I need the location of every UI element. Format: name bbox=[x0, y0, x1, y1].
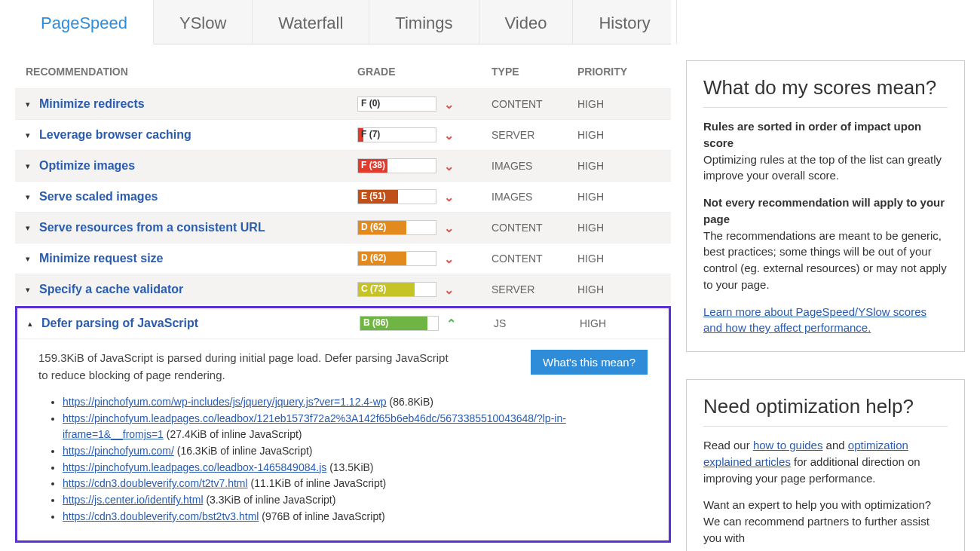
grade-text: F (38) bbox=[361, 160, 385, 170]
resource-link[interactable]: https://pinchofyum.leadpages.co/leadbox-… bbox=[63, 461, 326, 473]
detail-panel: What's this mean? 159.3KiB of JavaScript… bbox=[17, 338, 669, 540]
body-text: The recommendations are meant to be gene… bbox=[703, 229, 947, 291]
resource-note: (976B of inline JavaScript) bbox=[259, 510, 384, 522]
type-label: SERVER bbox=[492, 283, 577, 295]
resource-note: (11.1KiB of inline JavaScript) bbox=[248, 477, 387, 489]
priority-label: HIGH bbox=[577, 283, 660, 295]
resource-link[interactable]: https://pinchofyum.leadpages.co/leadbox/… bbox=[63, 412, 566, 441]
tabs-bar: PageSpeedYSlowWaterfallTimingsVideoHisto… bbox=[15, 0, 671, 44]
box-title: Need optimization help? bbox=[703, 395, 948, 427]
recommendation-link[interactable]: Optimize images bbox=[39, 159, 135, 173]
recommendation-link[interactable]: Minimize redirects bbox=[39, 97, 145, 111]
priority-label: HIGH bbox=[580, 317, 658, 329]
resource-link[interactable]: https://pinchofyum.com/ bbox=[63, 445, 174, 457]
strong-text: Rules are sorted in order of impact upon… bbox=[703, 120, 921, 149]
grade-text: F (7) bbox=[361, 129, 380, 139]
scores-help-box: What do my scores mean? Rules are sorted… bbox=[686, 60, 965, 352]
table-row: ▾Minimize request sizeD (62)⌄CONTENTHIGH bbox=[15, 243, 671, 274]
grade-bar: C (73) bbox=[357, 282, 436, 297]
expand-icon[interactable]: ▾ bbox=[26, 99, 39, 109]
recommendation-link[interactable]: Minimize request size bbox=[39, 252, 164, 265]
col-type: TYPE bbox=[492, 66, 577, 78]
priority-label: HIGH bbox=[577, 160, 660, 172]
recommendation-link[interactable]: Defer parsing of JavaScript bbox=[41, 317, 198, 330]
grade-bar: D (62) bbox=[357, 220, 436, 235]
expert-paragraph: Want an expert to help you with optimiza… bbox=[703, 497, 948, 546]
body-text: Optimizing rules at the top of the list … bbox=[703, 153, 942, 182]
list-item: https://pinchofyum.leadpages.co/leadbox/… bbox=[63, 411, 648, 443]
expand-icon[interactable]: ▾ bbox=[26, 285, 39, 295]
list-item: https://js.center.io/identify.html (3.3K… bbox=[63, 492, 648, 509]
recommendation-link[interactable]: Specify a cache validator bbox=[39, 283, 183, 296]
list-item: https://pinchofyum.leadpages.co/leadbox-… bbox=[63, 460, 648, 476]
chevron-down-icon: ⌄ bbox=[444, 221, 454, 235]
chevron-up-icon: ⌃ bbox=[446, 317, 456, 331]
whats-this-mean-button[interactable]: What's this mean? bbox=[531, 350, 648, 375]
tab-pagespeed[interactable]: PageSpeed bbox=[15, 0, 154, 44]
list-item: https://pinchofyum.com/ (16.3KiB of inli… bbox=[63, 443, 648, 460]
strong-text: Not every recommendation will apply to y… bbox=[703, 196, 945, 225]
resource-link[interactable]: https://cdn3.doubleverify.com/bst2tv3.ht… bbox=[63, 510, 259, 522]
chevron-down-icon: ⌄ bbox=[444, 159, 454, 173]
resource-note: (27.4KiB of inline JavaScript) bbox=[164, 428, 302, 440]
resource-list: https://pinchofyum.com/wp-includes/js/jq… bbox=[38, 394, 648, 525]
learn-more-link[interactable]: Learn more about PageSpeed/YSlow scores … bbox=[703, 305, 926, 335]
table-row: ▾Leverage browser cachingF (7)⌄SERVERHIG… bbox=[15, 119, 671, 150]
table-row: ▾Minimize redirectsF (0)⌄CONTENTHIGH bbox=[15, 88, 671, 119]
priority-label: HIGH bbox=[577, 98, 660, 110]
tab-timings[interactable]: Timings bbox=[369, 0, 479, 44]
collapse-icon[interactable]: ▴ bbox=[28, 319, 41, 329]
priority-label: HIGH bbox=[577, 253, 660, 265]
rows-container: ▾Minimize redirectsF (0)⌄CONTENTHIGH▾Lev… bbox=[15, 88, 671, 305]
expanded-row: ▴ Defer parsing of JavaScript B (86) ⌃ J… bbox=[15, 306, 671, 543]
chevron-down-icon: ⌄ bbox=[444, 128, 454, 142]
resource-note: (86.8KiB) bbox=[387, 396, 433, 408]
grade-bar: F (7) bbox=[357, 127, 436, 142]
how-to-guides-link[interactable]: how to guides bbox=[753, 439, 823, 452]
text: and bbox=[822, 439, 847, 452]
help-paragraph: Read our how to guides and optimization … bbox=[703, 437, 948, 486]
resource-link[interactable]: https://js.center.io/identify.html bbox=[63, 494, 204, 506]
expand-icon[interactable]: ▾ bbox=[26, 223, 39, 233]
text: Read our bbox=[703, 439, 753, 452]
list-item: https://cdn3.doubleverify.com/t2tv7.html… bbox=[63, 476, 648, 492]
chevron-down-icon: ⌄ bbox=[444, 190, 454, 204]
grade-bar: D (62) bbox=[357, 251, 436, 266]
resource-link[interactable]: https://cdn3.doubleverify.com/t2tv7.html bbox=[63, 477, 248, 489]
tab-waterfall[interactable]: Waterfall bbox=[253, 0, 369, 44]
priority-label: HIGH bbox=[577, 129, 660, 141]
table-row: ▾Specify a cache validatorC (73)⌄SERVERH… bbox=[15, 274, 671, 305]
type-label: CONTENT bbox=[492, 222, 577, 234]
type-label: JS bbox=[494, 317, 580, 329]
tab-history[interactable]: History bbox=[573, 0, 676, 44]
col-recommendation: RECOMMENDATION bbox=[26, 66, 357, 78]
tab-yslow[interactable]: YSlow bbox=[154, 0, 253, 44]
priority-label: HIGH bbox=[577, 191, 660, 203]
expand-icon[interactable]: ▾ bbox=[26, 130, 39, 140]
grade-bar: B (86) bbox=[360, 316, 439, 331]
expand-icon[interactable]: ▾ bbox=[26, 254, 39, 264]
priority-label: HIGH bbox=[577, 222, 660, 234]
col-priority: PRIORITY bbox=[577, 66, 660, 78]
sidebar: What do my scores mean? Rules are sorted… bbox=[686, 0, 965, 551]
resource-link[interactable]: https://pinchofyum.com/wp-includes/js/jq… bbox=[63, 396, 387, 408]
table-row: ▾Optimize imagesF (38)⌄IMAGESHIGH bbox=[15, 150, 671, 181]
type-label: SERVER bbox=[492, 129, 577, 141]
expand-icon[interactable]: ▾ bbox=[26, 161, 39, 171]
box-title: What do my scores mean? bbox=[703, 76, 948, 108]
recommendation-link[interactable]: Serve resources from a consistent URL bbox=[39, 221, 265, 234]
type-label: IMAGES bbox=[492, 191, 577, 203]
tab-video[interactable]: Video bbox=[479, 0, 574, 44]
recommendation-link[interactable]: Leverage browser caching bbox=[39, 128, 191, 142]
list-item: https://cdn3.doubleverify.com/bst2tv3.ht… bbox=[63, 509, 648, 525]
type-label: CONTENT bbox=[492, 98, 577, 110]
type-label: IMAGES bbox=[492, 160, 577, 172]
resource-note: (16.3KiB of inline JavaScript) bbox=[174, 445, 313, 457]
expand-icon[interactable]: ▾ bbox=[26, 192, 39, 202]
main-panel: PageSpeedYSlowWaterfallTimingsVideoHisto… bbox=[15, 0, 671, 543]
grade-bar: F (38) bbox=[357, 158, 436, 173]
recommendation-link[interactable]: Serve scaled images bbox=[39, 190, 158, 204]
resource-note: (13.5KiB) bbox=[326, 461, 373, 473]
col-grade: GRADE bbox=[357, 66, 492, 78]
chevron-down-icon: ⌄ bbox=[444, 97, 454, 112]
